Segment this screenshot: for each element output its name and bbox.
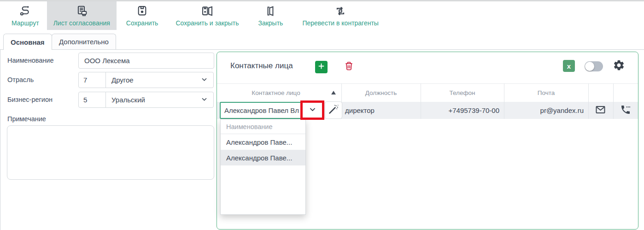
toolbar-button-save-and-close[interactable]: Сохранить и закрыть bbox=[168, 1, 246, 30]
toolbar-button-route[interactable]: Маршрут bbox=[4, 1, 47, 30]
envelope-icon bbox=[594, 104, 607, 117]
column-divider bbox=[421, 83, 421, 119]
name-input[interactable] bbox=[78, 53, 214, 69]
contact-combobox-value: Александров Павел Вл bbox=[221, 106, 302, 114]
toolbar-button-approval-sheet[interactable]: Лист согласования bbox=[47, 1, 117, 30]
trash-icon bbox=[344, 60, 354, 74]
name-field-label: Наименование bbox=[7, 57, 54, 64]
column-header-phone[interactable]: Телефон bbox=[421, 83, 504, 102]
industry-select[interactable]: Другое bbox=[105, 72, 214, 88]
business-region-select[interactable]: Уральский bbox=[105, 92, 214, 108]
transfer-icon bbox=[334, 5, 346, 17]
toolbar-button-close[interactable]: Закрыть bbox=[246, 1, 294, 30]
tab-main[interactable]: Основная bbox=[3, 34, 52, 50]
chevron-down-icon bbox=[201, 96, 208, 104]
delete-contact-button[interactable] bbox=[343, 61, 354, 73]
contact-dropdown-list: Наименование Александров Паве... Алексан… bbox=[220, 119, 306, 215]
panel-title: Контактные лица bbox=[230, 61, 293, 71]
export-excel-button[interactable]: x bbox=[563, 60, 575, 72]
settings-button[interactable] bbox=[612, 59, 625, 72]
save-and-close-icon bbox=[201, 5, 213, 17]
chevron-down-icon bbox=[201, 76, 208, 84]
column-header-label: Телефон bbox=[449, 89, 475, 96]
cell-email[interactable]: pr@yandex.ru bbox=[504, 102, 584, 119]
screen: Маршрут Лист согласования С bbox=[0, 0, 644, 230]
toolbar-button-transfer-to-counterparties[interactable]: Перевести в контрагенты bbox=[294, 1, 386, 30]
magic-wand-icon bbox=[328, 104, 339, 117]
magic-fill-button[interactable] bbox=[325, 101, 342, 119]
note-field-label: Примечание bbox=[7, 115, 46, 123]
toggle-knob bbox=[585, 62, 594, 71]
send-email-button[interactable] bbox=[592, 102, 608, 119]
business-region-select-value: Уральский bbox=[111, 96, 201, 104]
sort-asc-icon bbox=[331, 91, 336, 94]
dropdown-item[interactable]: Александров Паве... bbox=[221, 150, 305, 165]
industry-select-value: Другое bbox=[111, 76, 201, 84]
call-phone-button[interactable] bbox=[618, 102, 633, 119]
industry-field-label: Отрасль bbox=[7, 76, 34, 83]
business-region-field-label: Бизнес-регион bbox=[7, 96, 53, 103]
tab-additional[interactable]: Дополнительно bbox=[52, 34, 116, 49]
column-divider bbox=[613, 83, 614, 119]
panel-toggle-switch[interactable] bbox=[585, 61, 603, 71]
cell-position[interactable]: директор bbox=[345, 102, 419, 119]
toolbar-button-label: Сохранить bbox=[126, 19, 158, 27]
add-contact-button[interactable] bbox=[315, 61, 328, 73]
tab-label: Дополнительно bbox=[59, 38, 109, 46]
industry-code-input[interactable] bbox=[78, 72, 106, 88]
phone-call-icon bbox=[620, 104, 631, 117]
plus-icon bbox=[317, 62, 325, 72]
toolbar-button-label: Закрыть bbox=[258, 19, 283, 27]
note-textarea[interactable] bbox=[7, 125, 214, 180]
dropdown-column-header: Наименование bbox=[221, 119, 305, 134]
approval-sheet-icon bbox=[76, 5, 88, 17]
toolbar-button-save[interactable]: Сохранить bbox=[117, 1, 168, 30]
close-door-icon bbox=[264, 5, 276, 17]
save-icon bbox=[136, 5, 148, 17]
column-header-email[interactable]: Почта bbox=[504, 83, 588, 102]
column-divider bbox=[588, 83, 589, 119]
business-region-code-input[interactable] bbox=[78, 92, 106, 108]
excel-x-icon: x bbox=[567, 62, 571, 70]
column-header-position[interactable]: Должность bbox=[341, 83, 421, 102]
column-divider bbox=[504, 83, 504, 119]
column-header-contact[interactable]: Контактное лицо bbox=[221, 83, 331, 102]
route-icon bbox=[19, 5, 31, 17]
toolbar-button-label: Маршрут bbox=[12, 19, 39, 27]
toolbar-button-label: Лист согласования bbox=[53, 19, 110, 27]
annotation-highlight-box bbox=[300, 100, 324, 120]
cell-phone[interactable]: +7495739-70-00 bbox=[421, 102, 499, 119]
main-toolbar: Маршрут Лист согласования С bbox=[0, 1, 644, 30]
toolbar-button-label: Сохранить и закрыть bbox=[176, 19, 239, 27]
column-header-label: Должность bbox=[365, 89, 397, 96]
column-header-label: Контактное лицо bbox=[252, 89, 300, 96]
gear-icon bbox=[613, 59, 625, 73]
column-header-label: Почта bbox=[538, 89, 555, 96]
toolbar-button-label: Перевести в контрагенты bbox=[302, 19, 379, 27]
dropdown-item[interactable]: Александров Паве... bbox=[221, 134, 305, 150]
tab-label: Основная bbox=[11, 38, 45, 46]
